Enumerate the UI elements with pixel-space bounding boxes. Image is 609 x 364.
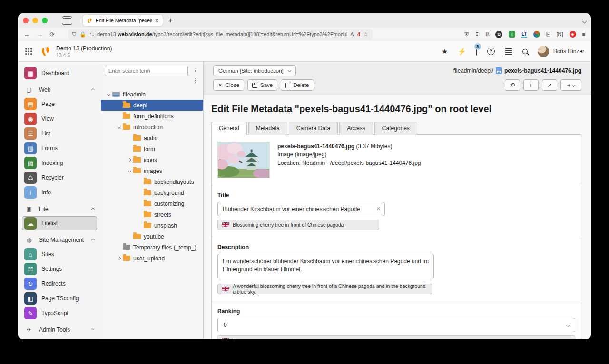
tree-item-customizing[interactable]: customizing — [101, 198, 203, 209]
extension-multicolor-icon[interactable] — [533, 31, 540, 38]
library-icon[interactable]: ⦀\ — [485, 31, 489, 38]
tree-item-deepl[interactable]: deepl — [101, 100, 203, 111]
module-section-file[interactable]: ▣ File — [22, 202, 97, 216]
collapse-chevron-icon[interactable] — [115, 257, 123, 259]
tree-item-streets[interactable]: streets — [101, 209, 203, 220]
back-icon[interactable]: ← — [24, 31, 30, 38]
module-section-site-management[interactable]: ◍ Site Management — [22, 233, 97, 247]
sidebar-item-typoscript[interactable]: ✎ TypoScript — [22, 306, 97, 320]
history-button[interactable]: ⟲ — [505, 79, 520, 91]
opened-documents-icon[interactable]: 8 — [476, 48, 477, 55]
tree-item-audio[interactable]: audio — [101, 133, 203, 144]
open-in-new-window-button[interactable]: ↗ — [542, 79, 557, 91]
tree-item-form[interactable]: form — [101, 144, 203, 154]
sidebar-item-dashboard[interactable]: ▦ Dashboard — [22, 66, 97, 80]
share-extension-icon[interactable]: ⎘ — [546, 31, 550, 38]
tab-metadata[interactable]: Metadata — [248, 122, 287, 135]
permissions-icon[interactable]: ⇋ — [89, 31, 94, 38]
system-information-icon[interactable] — [505, 48, 512, 55]
tab-general[interactable]: General — [211, 122, 247, 135]
sidebar-item-indexing[interactable]: ▧ Indexing — [22, 156, 97, 170]
tab-categories[interactable]: Categories — [374, 122, 417, 135]
collapse-chevron-icon[interactable] — [126, 159, 133, 161]
minimize-window-button[interactable] — [32, 18, 38, 23]
bookmark-star-icon[interactable]: ☆ — [363, 31, 368, 38]
title-input[interactable] — [217, 202, 385, 216]
tab-camera-data[interactable]: Camera Data — [289, 122, 338, 135]
download-icon[interactable]: ↧ — [475, 31, 479, 38]
language-select[interactable]: German [Site: introduction] — [213, 65, 296, 76]
tree-item-temporary-files-temp-[interactable]: Temporary files (_temp_) — [101, 242, 203, 253]
browser-tab[interactable]: Edit File Metadata "pexels-bagu ✕ — [83, 15, 163, 26]
tab-list-chevron-icon[interactable] — [583, 16, 586, 25]
sidebar-item-page[interactable]: ▤ Page — [22, 97, 97, 111]
bitwarden-icon[interactable]: B — [495, 31, 502, 38]
tab-access[interactable]: Access — [339, 122, 373, 135]
reload-icon[interactable]: ⟳ — [49, 31, 55, 38]
tree-collapse-icon[interactable]: ‹ — [191, 66, 200, 76]
tab-overview-icon[interactable] — [62, 16, 72, 25]
extension-green-icon[interactable]: ▯ — [509, 31, 515, 38]
shield-icon[interactable]: ⛉ — [72, 31, 76, 38]
info-button[interactable]: i — [523, 79, 539, 91]
forward-icon[interactable]: → — [37, 31, 43, 38]
tree-item-icons[interactable]: icons — [101, 154, 203, 165]
bookmarks-icon[interactable]: ★ — [442, 48, 448, 55]
search-icon[interactable] — [522, 49, 528, 54]
tree-item-unsplash[interactable]: unsplash — [101, 220, 203, 231]
close-icon: ✕ — [218, 82, 223, 88]
tree-item-user-upload[interactable]: user_upload — [101, 253, 203, 264]
help-icon[interactable]: ? — [487, 48, 495, 55]
module-section-admin-tools[interactable]: ✈ Admin Tools — [22, 323, 97, 336]
expand-chevron-icon[interactable] — [126, 170, 133, 172]
new-tab-button[interactable]: + — [168, 16, 173, 25]
sidebar-item-redirects[interactable]: ↻ Redirects — [22, 277, 97, 291]
url-field[interactable]: ⛉ 🔒 ⇋ demo13.web-vision.de/typo3/record/… — [68, 29, 373, 39]
modulemenu-toggle-icon[interactable] — [25, 48, 32, 55]
folder-icon — [133, 234, 141, 239]
clear-cache-icon[interactable]: ⚡ — [458, 48, 466, 55]
clear-title-icon[interactable]: ✕ — [376, 206, 381, 212]
description-textarea[interactable] — [217, 254, 434, 278]
tree-item-images[interactable]: images — [101, 165, 203, 176]
pocket-icon[interactable]: ⛨ — [465, 31, 469, 38]
tree-item-background[interactable]: background — [101, 187, 203, 198]
menu-icon[interactable]: ≡ — [582, 31, 585, 37]
user-avatar[interactable] — [538, 46, 549, 57]
expand-chevron-icon[interactable] — [105, 93, 112, 96]
tree-item-fileadmin[interactable]: fileadmin — [101, 89, 203, 100]
sidebar-item-page-tsconfig[interactable]: ◧ Page TSconfig — [22, 291, 97, 306]
tree-item-backendlayouts[interactable]: backendlayouts — [101, 176, 203, 187]
tree-item-youtube[interactable]: youtube — [101, 231, 203, 242]
sidebar-item-info[interactable]: i Info — [22, 185, 97, 200]
sidebar-item-settings[interactable]: ☱ Settings — [22, 262, 97, 276]
target-extension-icon[interactable]: ◈ — [570, 31, 576, 38]
expand-chevron-icon[interactable] — [115, 126, 123, 128]
sidebar-item-forms[interactable]: ▥ Forms — [22, 141, 97, 155]
tree-item-introduction[interactable]: introduction — [101, 122, 203, 133]
close-button[interactable]: ✕Close — [213, 79, 244, 91]
tab-close-icon[interactable]: ✕ — [155, 18, 159, 23]
zoom-window-button[interactable] — [42, 18, 48, 23]
redirects-module-icon: ↻ — [24, 278, 37, 290]
sidebar-item-list[interactable]: ☰ List — [22, 126, 97, 141]
tree-search-input[interactable] — [105, 66, 188, 76]
notion-icon[interactable]: [N] — [557, 31, 563, 37]
sidebar-item-filelist[interactable]: ☁ Filelist — [22, 216, 97, 230]
sidebar-item-sites[interactable]: ⌂ Sites — [22, 247, 97, 261]
username[interactable]: Boris Hinzer — [553, 48, 584, 55]
translate-icon[interactable]: Ꭺ̲ — [351, 31, 354, 38]
save-button[interactable]: Save — [247, 79, 277, 91]
tree-menu-kebab-icon[interactable]: ⋮ — [192, 77, 198, 84]
share-button[interactable]: ⪡ — [560, 79, 581, 91]
delete-button[interactable]: Delete — [281, 79, 314, 91]
lock-icon[interactable]: 🔒 — [79, 31, 86, 38]
module-section-web[interactable]: ▢ Web — [22, 83, 97, 96]
sidebar-item-recycler[interactable]: ♺ Recycler — [22, 171, 97, 185]
close-window-button[interactable] — [23, 18, 29, 23]
sidebar-item-view[interactable]: ◉ View — [22, 112, 97, 126]
ranking-select[interactable]: 0 — [217, 318, 575, 332]
languagetool-icon[interactable]: LT — [521, 31, 527, 38]
tree-item-form-definitions[interactable]: form_definitions — [101, 111, 203, 122]
breadcrumb-path[interactable]: fileadmin/deepl/ — [453, 67, 493, 74]
